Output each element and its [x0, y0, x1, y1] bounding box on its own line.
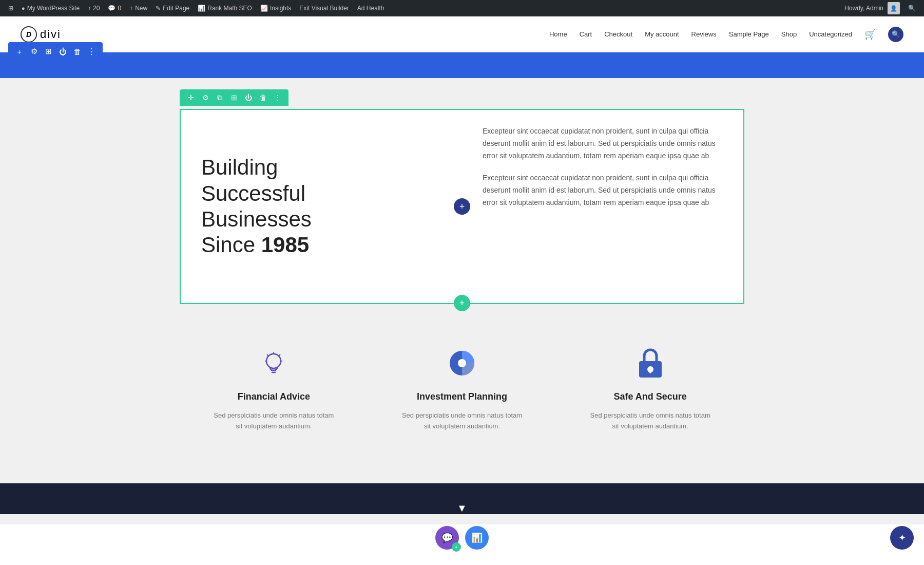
more-button[interactable]: ⋮ [85, 45, 98, 58]
hero-title: Building Successful Businesses Since 198… [201, 155, 441, 258]
comments-count: 0 [118, 5, 121, 12]
service-card-financial: Financial Advice Sed perspiciatis unde o… [180, 335, 368, 442]
divi-builder-bar [0, 52, 924, 78]
hero-right: Excepteur sint occaecat cupidatat non pr… [462, 110, 743, 303]
investment-title: Investment Planning [417, 391, 507, 402]
module-delete-icon[interactable]: 🗑 [258, 92, 268, 103]
hero-title-line3: Businesses [201, 207, 312, 231]
financial-icon [256, 345, 292, 381]
nav-checkout[interactable]: Checkout [604, 30, 632, 38]
search-button[interactable]: 🔍 [888, 27, 903, 42]
hero-year: 1985 [261, 233, 309, 257]
nav-shop[interactable]: Shop [781, 30, 797, 38]
divi-stats-button[interactable]: 📊 [465, 526, 489, 550]
site-nav: Home Cart Checkout My account Reviews Sa… [549, 27, 903, 42]
services-section: Financial Advice Sed perspiciatis unde o… [180, 335, 744, 463]
module-disable-icon[interactable]: ⏻ [243, 92, 254, 103]
center-plus-button[interactable]: + [454, 198, 470, 215]
hero-wrapper: ✛ ⚙ ⧉ ⊞ ⏻ 🗑 ⋮ Building Successful Busine… [180, 88, 744, 304]
settings-toolbar-button[interactable]: ⚙ [28, 45, 40, 58]
module-columns-icon[interactable]: ⊞ [229, 92, 239, 103]
hero-left: Building Successful Businesses Since 198… [181, 110, 462, 303]
rank-math-icon: 📊 [198, 5, 205, 12]
site-header: D divi Home Cart Checkout My account Rev… [0, 16, 924, 52]
new-label: New [135, 5, 147, 12]
nav-my-account[interactable]: My account [645, 30, 679, 38]
secure-title: Safe And Secure [613, 391, 686, 402]
svg-rect-12 [649, 369, 651, 373]
logo-text: divi [40, 28, 61, 41]
updates-count: 20 [93, 5, 100, 12]
bulb-svg [258, 348, 289, 379]
divi-ai-button[interactable]: ✦ [890, 526, 914, 550]
delete-button[interactable]: 🗑 [71, 45, 83, 58]
service-card-secure: Safe And Secure Sed perspiciatis unde om… [556, 335, 744, 442]
floating-buttons: 💬 + 📊 [435, 526, 489, 550]
nav-home[interactable]: Home [549, 30, 567, 38]
comments-icon: 💬 [108, 5, 116, 12]
admin-bar: ⊞ ● My WordPress Site ↑ 20 💬 0 + New ✎ E… [0, 0, 924, 16]
divi-chat-button[interactable]: 💬 + [435, 526, 459, 550]
add-module-button[interactable]: + [13, 45, 26, 58]
nav-sample-page[interactable]: Sample Page [729, 30, 769, 38]
insights-label: Insights [270, 5, 291, 12]
module-duplicate-icon[interactable]: ⧉ [215, 92, 225, 103]
search-admin-icon: 🔍 [908, 5, 916, 12]
nav-uncategorized[interactable]: Uncategorized [809, 30, 852, 38]
ad-health-item[interactable]: Ad Health [353, 0, 389, 16]
search-admin-item[interactable]: 🔍 [904, 0, 920, 16]
layout-button[interactable]: ⊞ [42, 45, 54, 58]
main-content: ✛ ⚙ ⧉ ⊞ ⏻ 🗑 ⋮ Building Successful Busine… [0, 78, 924, 524]
exit-visual-label: Exit Visual Builder [299, 5, 349, 12]
site-logo[interactable]: D divi [21, 26, 61, 43]
admin-label: Howdy, Admin [844, 5, 883, 12]
builder-toolbar: + ⚙ ⊞ ⏻ 🗑 ⋮ [8, 42, 103, 61]
module-more-icon[interactable]: ⋮ [272, 92, 282, 103]
module-settings-icon[interactable]: ⚙ [200, 92, 210, 103]
svg-point-9 [458, 359, 466, 367]
ad-health-label: Ad Health [357, 5, 384, 12]
nav-reviews[interactable]: Reviews [691, 30, 717, 38]
updates-icon: ↑ [88, 5, 91, 12]
wp-icon: ⊞ [8, 5, 13, 12]
new-icon: + [129, 5, 133, 12]
insights-item[interactable]: 📈 Insights [256, 0, 295, 16]
service-card-investment: Investment Planning Sed perspiciatis und… [368, 335, 556, 442]
secure-icon [632, 345, 668, 381]
search-icon: 🔍 [892, 30, 900, 38]
new-item[interactable]: + New [125, 0, 151, 16]
site-name-label: My WordPress Site [27, 5, 80, 12]
site-name-item[interactable]: ● My WordPress Site [17, 0, 84, 16]
svg-point-0 [266, 354, 281, 368]
insights-icon: 📈 [260, 5, 268, 12]
financial-title: Financial Advice [238, 391, 310, 402]
hero-title-line4: Since 1985 [201, 233, 309, 257]
lock-svg [635, 347, 666, 380]
hero-section: Building Successful Businesses Since 198… [180, 109, 744, 304]
chat-plus-indicator: + [452, 542, 461, 552]
edit-page-item[interactable]: ✎ Edit Page [151, 0, 194, 16]
svg-line-4 [279, 354, 280, 356]
bottom-preview: ▼ [0, 483, 924, 514]
wp-logo-item[interactable]: ⊞ [4, 0, 17, 16]
hero-since: Since [201, 233, 261, 257]
disable-button[interactable]: ⏻ [56, 45, 69, 58]
rank-math-item[interactable]: 📊 Rank Math SEO [194, 0, 256, 16]
exit-visual-item[interactable]: Exit Visual Builder [295, 0, 353, 16]
howdy-admin[interactable]: Howdy, Admin 👤 [840, 0, 904, 16]
logo-d: D [26, 30, 31, 39]
cart-icon[interactable]: 🛒 [864, 29, 876, 40]
module-toolbar-wrapper: ✛ ⚙ ⧉ ⊞ ⏻ 🗑 ⋮ Building Successful Busine… [180, 109, 744, 304]
edit-page-label: Edit Page [163, 5, 189, 12]
svg-line-6 [267, 354, 268, 356]
updates-item[interactable]: ↑ 20 [84, 0, 104, 16]
bottom-arrow-icon: ▼ [457, 502, 467, 514]
hero-title-line2: Successful [201, 181, 305, 205]
nav-cart[interactable]: Cart [580, 30, 592, 38]
hero-title-line1: Building [201, 155, 278, 179]
admin-avatar: 👤 [888, 2, 900, 14]
hero-paragraph-2: Excepteur sint occaecat cupidatat non pr… [483, 172, 723, 209]
comments-item[interactable]: 💬 0 [104, 0, 125, 16]
module-move-icon[interactable]: ✛ [186, 92, 196, 103]
bottom-plus-button[interactable]: + [454, 295, 470, 311]
